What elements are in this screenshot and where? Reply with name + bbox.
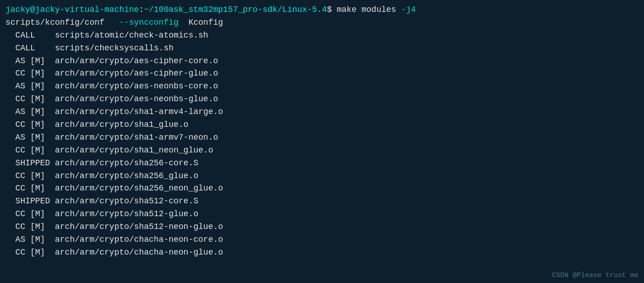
prompt-dollar-sign: $ — [327, 5, 332, 14]
line-keyword: CC [M] — [5, 146, 50, 155]
line-path: arch/arm/crypto/chacha-neon-core.o — [50, 235, 223, 244]
line-path: arch/arm/crypto/aes-neonbs-glue.o — [50, 94, 218, 103]
build-line: CC [M] arch/arm/crypto/aes-neonbs-glue.o — [5, 93, 639, 106]
line-path: arch/arm/crypto/sha1_glue.o — [50, 120, 188, 129]
line-keyword: CALL — [5, 44, 50, 53]
prompt-command: make modules — [332, 5, 401, 14]
line-path: arch/arm/crypto/sha1-armv4-large.o — [50, 107, 223, 116]
build-line: CALL scripts/atomic/check-atomics.sh — [5, 29, 639, 42]
build-line: SHIPPED arch/arm/crypto/sha512-core.S — [5, 195, 639, 208]
line-path: arch/arm/crypto/sha512-glue.o — [50, 209, 198, 218]
line-keyword: AS [M] — [5, 82, 50, 91]
line-keyword: AS [M] — [5, 133, 50, 142]
build-line: CC [M] arch/arm/crypto/sha1_glue.o — [5, 119, 639, 131]
line-path: arch/arm/crypto/sha1-armv7-neon.o — [50, 133, 218, 142]
line-keyword: CC [M] — [5, 69, 50, 78]
line-path: arch/arm/crypto/sha256_neon_glue.o — [50, 184, 223, 193]
build-line: AS [M] arch/arm/crypto/chacha-neon-core.… — [5, 234, 639, 246]
line-path: scripts/atomic/check-atomics.sh — [50, 31, 208, 40]
syncconfig-line: scripts/kconfig/conf --syncconfig Kconfi… — [5, 16, 639, 29]
line-path: arch/arm/crypto/aes-cipher-glue.o — [50, 69, 218, 78]
prompt-colon: : — [139, 5, 144, 14]
line-path: arch/arm/crypto/aes-cipher-core.o — [50, 56, 218, 65]
line-keyword: SHIPPED — [5, 196, 50, 206]
build-line: CC [M] arch/arm/crypto/sha512-neon-glue.… — [5, 221, 639, 234]
syncconfig-kconfig: Kconfig — [179, 18, 223, 27]
line-keyword: CALL — [5, 31, 50, 40]
line-keyword: AS [M] — [5, 107, 50, 116]
prompt-line: jacky@jacky-virtual-machine:~/100ask_stm… — [5, 4, 639, 16]
build-line: AS [M] arch/arm/crypto/sha1-armv7-neon.o — [5, 131, 639, 144]
line-path: scripts/checksyscalls.sh — [50, 44, 173, 53]
line-path: arch/arm/crypto/sha512-core.S — [50, 196, 198, 206]
line-keyword: CC [M] — [5, 120, 50, 129]
line-path: arch/arm/crypto/sha256-core.S — [50, 158, 198, 168]
line-path: arch/arm/crypto/sha256_glue.o — [50, 171, 198, 180]
line-keyword: SHIPPED — [5, 158, 50, 168]
terminal-window: jacky@jacky-virtual-machine:~/100ask_stm… — [5, 4, 639, 279]
build-line: SHIPPED arch/arm/crypto/sha256-core.S — [5, 157, 639, 170]
build-line: CC [M] arch/arm/crypto/sha256_neon_glue.… — [5, 182, 639, 195]
build-line: AS [M] arch/arm/crypto/sha1-armv4-large.… — [5, 106, 639, 119]
build-line: CC [M] arch/arm/crypto/sha512-glue.o — [5, 208, 639, 221]
line-keyword: CC [M] — [5, 94, 50, 103]
prompt-flag: -j4 — [401, 5, 416, 14]
line-keyword: CC [M] — [5, 171, 50, 180]
line-keyword: CC [M] — [5, 184, 50, 193]
prompt-user-text: jacky@jacky-virtual-machine — [5, 5, 139, 14]
line-keyword: AS [M] — [5, 56, 50, 65]
build-line: CC [M] arch/arm/crypto/chacha-neon-glue.… — [5, 246, 639, 259]
build-line: CALL scripts/checksyscalls.sh — [5, 42, 639, 55]
watermark: CSDN @Please trust me — [552, 272, 639, 279]
build-line: CC [M] arch/arm/crypto/aes-cipher-glue.o — [5, 67, 639, 80]
line-path: arch/arm/crypto/sha1_neon_glue.o — [50, 146, 213, 155]
build-line: CC [M] arch/arm/crypto/sha256_glue.o — [5, 170, 639, 183]
line-keyword: AS [M] — [5, 235, 50, 244]
build-output: CALL scripts/atomic/check-atomics.sh CAL… — [5, 29, 639, 259]
build-line: CC [M] arch/arm/crypto/sha1_neon_glue.o — [5, 144, 639, 157]
line-path: arch/arm/crypto/sha512-neon-glue.o — [50, 222, 223, 231]
line-keyword: CC [M] — [5, 222, 50, 231]
prompt-path-text: ~/100ask_stm32mp157_pro-sdk/Linux-5.4 — [144, 5, 327, 14]
line-keyword: CC [M] — [5, 248, 50, 257]
line-keyword: CC [M] — [5, 209, 50, 218]
build-line: AS [M] arch/arm/crypto/aes-neonbs-core.o — [5, 80, 639, 93]
syncconfig-flag: --syncconfig — [119, 18, 179, 27]
build-line: AS [M] arch/arm/crypto/aes-cipher-core.o — [5, 55, 639, 68]
line-path: arch/arm/crypto/aes-neonbs-core.o — [50, 82, 218, 91]
line-path: arch/arm/crypto/chacha-neon-glue.o — [50, 248, 223, 257]
syncconfig-scripts: scripts/kconfig/conf — [5, 18, 119, 27]
